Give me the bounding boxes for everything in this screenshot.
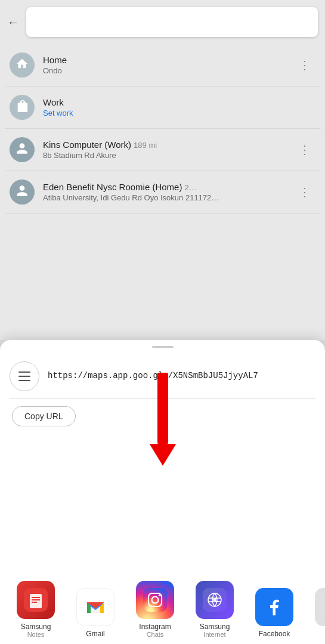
bottom-sheet: https://maps.app.goo.gl /X5NSmBbJU5JjyyA… (0, 340, 325, 644)
eden-icon-wrap (10, 179, 35, 205)
arrow-head (150, 444, 176, 466)
location-list: Home Ondo ⋮ Work Set work (0, 44, 325, 213)
work-subtitle[interactable]: Set work (43, 109, 315, 117)
map-background: ← Home Ondo ⋮ Work (0, 0, 325, 340)
search-input-box[interactable] (26, 7, 318, 37)
app-more[interactable]: M… (304, 588, 325, 638)
kins-distance: 189 mi (134, 141, 157, 150)
svg-rect-3 (32, 599, 40, 600)
more-icon (315, 588, 325, 626)
eden-more-button[interactable]: ⋮ (294, 182, 315, 202)
list-item[interactable]: Kins Computer (Work)189 mi 8b Stadium Rd… (5, 129, 320, 171)
samsung-internet-sublabel: Internet (203, 631, 225, 638)
gmail-label: Gmail (86, 630, 104, 638)
list-item[interactable]: Work Set work (5, 86, 320, 129)
samsung-notes-sublabel: Notes (27, 631, 45, 638)
sheet-handle (152, 346, 174, 348)
search-bar-row: ← (0, 0, 325, 44)
person-icon (16, 184, 29, 200)
work-location-text: Work Set work (43, 97, 315, 117)
url-row: https://maps.app.goo.gl /X5NSmBbJU5JjyyA… (0, 357, 325, 396)
svg-rect-13 (322, 595, 325, 619)
eden-distance: 2… (184, 183, 196, 192)
facebook-label: Facebook (259, 630, 290, 638)
home-title: Home (43, 55, 294, 65)
home-icon-wrap (10, 52, 35, 78)
instagram-label: Instagram (139, 623, 171, 631)
eden-location-text: Eden Benefit Nysc Roomie (Home)2… Atiba … (43, 182, 294, 202)
home-location-text: Home Ondo (43, 55, 294, 75)
app-instagram[interactable]: Instagram Chats (125, 581, 185, 638)
instagram-icon (136, 581, 174, 619)
url-text: https://maps.app.goo.gl /X5NSmBbJU5JjyyA… (48, 370, 313, 382)
kins-icon-wrap (10, 137, 35, 162)
copy-url-button[interactable]: Copy URL (12, 406, 76, 426)
instagram-sublabel: Chats (147, 631, 164, 638)
app-facebook[interactable]: Facebook (244, 588, 304, 638)
svg-rect-2 (32, 597, 40, 598)
app-samsung-internet[interactable]: Samsung Internet (185, 581, 244, 638)
samsung-notes-label: Samsung (21, 623, 51, 631)
home-more-button[interactable]: ⋮ (294, 55, 315, 75)
kins-more-button[interactable]: ⋮ (294, 140, 315, 159)
hamburger-button[interactable] (10, 361, 39, 391)
gmail-icon (76, 588, 114, 626)
list-item[interactable]: Home Ondo ⋮ (5, 44, 320, 86)
samsung-internet-icon (196, 581, 234, 619)
svg-rect-1 (30, 594, 42, 608)
work-icon (16, 100, 29, 115)
samsung-notes-icon (17, 581, 55, 619)
svg-rect-4 (32, 602, 37, 603)
svg-rect-6 (143, 588, 167, 612)
person-icon (16, 142, 29, 157)
home-subtitle: Ondo (43, 66, 294, 75)
svg-point-9 (159, 595, 160, 596)
work-icon-wrap (10, 95, 35, 120)
kins-subtitle: 8b Stadium Rd Akure (43, 151, 294, 160)
divider (10, 398, 315, 399)
home-icon (16, 57, 29, 73)
app-gmail[interactable]: Gmail (66, 588, 125, 638)
back-button[interactable]: ← (5, 13, 21, 32)
kins-location-text: Kins Computer (Work)189 mi 8b Stadium Rd… (43, 140, 294, 160)
facebook-icon (255, 588, 293, 626)
hamburger-icon (18, 371, 30, 381)
eden-subtitle: Atiba University, Idi Gedu Rd Oyo Isokun… (43, 193, 294, 202)
kins-title: Kins Computer (Work)189 mi (43, 140, 294, 150)
work-title: Work (43, 97, 315, 107)
list-item[interactable]: Eden Benefit Nysc Roomie (Home)2… Atiba … (5, 171, 320, 213)
apps-row: Samsung Notes Gmail (0, 570, 325, 644)
eden-title: Eden Benefit Nysc Roomie (Home)2… (43, 182, 294, 192)
samsung-internet-label: Samsung (200, 623, 230, 631)
app-samsung-notes[interactable]: Samsung Notes (6, 581, 66, 638)
